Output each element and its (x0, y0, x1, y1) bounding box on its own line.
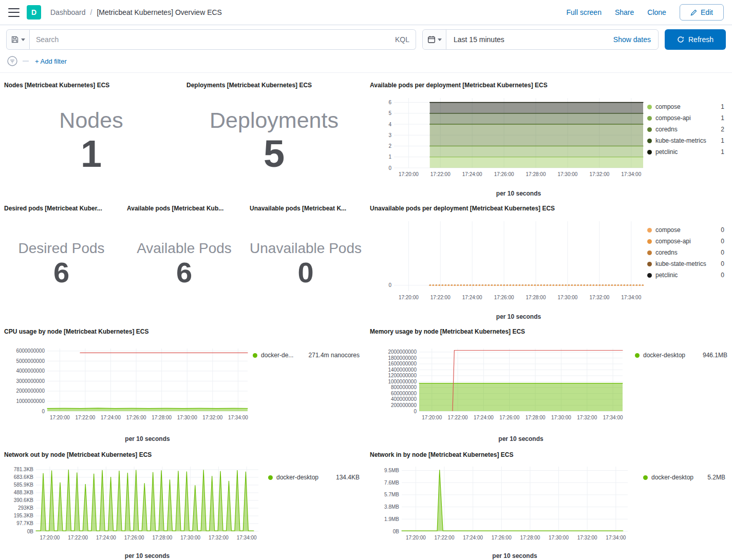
svg-text:17:34:00: 17:34:00 (621, 171, 641, 177)
chart-legend: docker-desktop5.2MB (643, 474, 725, 481)
panel-title-available-pods-chart[interactable]: Available pods per deployment [Metricbea… (366, 76, 732, 89)
series-label: docker-de... (261, 352, 293, 359)
date-picker-group: Last 15 minutes Show dates (422, 29, 659, 50)
svg-text:1000000000: 1000000000 (388, 379, 417, 384)
series-label: coredns (655, 126, 678, 133)
app-logo[interactable]: D (27, 5, 41, 20)
svg-text:1800000000: 1800000000 (388, 355, 417, 361)
time-range-display[interactable]: Last 15 minutes (446, 35, 512, 44)
svg-text:293KB: 293KB (18, 505, 33, 511)
svg-text:4: 4 (388, 122, 391, 127)
svg-text:17:32:00: 17:32:00 (577, 535, 597, 540)
available-pods-per-deployment-chart: 17:20:0017:22:0017:24:0017:26:0017:28:00… (366, 89, 653, 199)
legend-item[interactable]: kube-state-metrics0 (647, 260, 724, 267)
edit-button[interactable]: Edit (680, 4, 724, 21)
svg-text:17:32:00: 17:32:00 (589, 171, 609, 177)
series-label: kube-state-metrics (655, 137, 706, 144)
legend-item[interactable]: kube-state-metrics1 (647, 137, 724, 144)
panel-title-desired-pods[interactable]: Desired pods [Metricbeat Kuber... (0, 200, 123, 212)
svg-text:488.3KB: 488.3KB (14, 490, 34, 495)
panel-title-deployments[interactable]: Deployments [Metricbeat Kubernetes] ECS (182, 76, 366, 89)
legend-item[interactable]: coredns2 (647, 126, 724, 133)
svg-text:17:26:00: 17:26:00 (494, 295, 514, 300)
legend-item[interactable]: compose0 (647, 226, 724, 234)
legend-item[interactable]: coredns0 (647, 249, 724, 256)
panel-title-available-pods[interactable]: Available pods [Metricbeat Kub... (123, 200, 246, 212)
clone-link[interactable]: Clone (647, 8, 666, 16)
network-out-chart: 17:20:0017:22:0017:24:0017:26:0017:28:00… (0, 457, 265, 560)
add-filter-link[interactable]: + Add filter (35, 57, 67, 65)
svg-text:17:24:00: 17:24:00 (101, 415, 121, 420)
svg-text:17:30:00: 17:30:00 (180, 535, 200, 540)
legend-item[interactable]: compose-api0 (647, 238, 724, 245)
filter-icon[interactable] (6, 55, 18, 67)
breadcrumb-dashboard[interactable]: Dashboard (50, 8, 86, 16)
metric-label: Unavailable Pods (250, 241, 362, 257)
legend-item[interactable]: docker-desktop946.1MB (635, 352, 727, 359)
legend-item[interactable]: petclinic1 (647, 148, 724, 156)
series-label: compose-api (655, 114, 691, 122)
series-label: petclinic (655, 272, 678, 279)
panel-title-unavailable-pods-chart[interactable]: Unavailable pods per deployment [Metricb… (366, 200, 732, 212)
panel-title-unavailable-pods[interactable]: Unavailable pods [Metricbeat K... (246, 200, 366, 212)
breadcrumb-current-page: [Metricbeat Kubernetes] Overview ECS (97, 8, 222, 16)
date-quick-select-button[interactable] (423, 30, 446, 49)
panel-title-network-in[interactable]: Network in by node [Metricbeat Kubernete… (366, 446, 732, 458)
panel-desired-pods: Desired pods [Metricbeat Kuber... Desire… (0, 200, 123, 323)
series-color-dot (647, 250, 652, 255)
panel-title-memory-usage[interactable]: Memory usage by node [Metricbeat Kuberne… (366, 323, 732, 335)
search-input[interactable] (36, 35, 391, 44)
panel-title-cpu-usage[interactable]: CPU usage by node [Metricbeat Kubernetes… (0, 323, 366, 335)
filter-bar: + Add filter (0, 54, 732, 73)
svg-text:17:32:00: 17:32:00 (202, 415, 222, 420)
svg-text:per 10 seconds: per 10 seconds (125, 435, 170, 442)
svg-text:per 10 seconds: per 10 seconds (125, 552, 170, 559)
series-value: 0 (717, 249, 724, 256)
legend-item[interactable]: compose1 (647, 103, 724, 110)
full-screen-link[interactable]: Full screen (566, 8, 601, 16)
svg-text:17:20:00: 17:20:00 (399, 295, 419, 300)
saved-query-menu-button[interactable] (6, 29, 30, 50)
svg-text:9.5MB: 9.5MB (384, 468, 399, 473)
unavailable-pods-metric: Unavailable Pods 0 (246, 214, 366, 314)
series-value: 0 (717, 226, 724, 234)
save-icon (11, 35, 19, 44)
legend-item[interactable]: compose-api1 (647, 114, 724, 122)
legend-item[interactable]: petclinic0 (647, 272, 724, 279)
series-value: 0 (717, 260, 724, 267)
show-dates-link[interactable]: Show dates (613, 35, 658, 44)
breadcrumb-separator: / (90, 8, 92, 16)
svg-text:17:28:00: 17:28:00 (520, 535, 540, 540)
legend-item[interactable]: docker-desktop134.4KB (268, 474, 360, 481)
svg-text:17:20:00: 17:20:00 (406, 535, 426, 540)
series-color-dot (647, 150, 652, 155)
svg-text:2: 2 (388, 143, 391, 149)
svg-text:5: 5 (388, 110, 391, 116)
chart-legend: docker-desktop134.4KB (268, 474, 360, 481)
svg-text:17:26:00: 17:26:00 (499, 415, 519, 420)
svg-text:17:22:00: 17:22:00 (430, 295, 451, 300)
panel-deployments: Deployments [Metricbeat Kubernetes] ECS … (182, 76, 366, 200)
svg-text:3.8MB: 3.8MB (384, 504, 399, 510)
hamburger-menu-icon[interactable] (8, 8, 20, 17)
share-link[interactable]: Share (615, 8, 634, 16)
legend-item[interactable]: docker-desktop5.2MB (643, 474, 725, 481)
svg-text:7.6MB: 7.6MB (384, 480, 399, 486)
chevron-down-icon (21, 38, 25, 41)
svg-text:2000000000: 2000000000 (388, 349, 417, 355)
svg-text:683.6KB: 683.6KB (14, 474, 34, 480)
series-color-dot (647, 239, 652, 244)
svg-text:17:20:00: 17:20:00 (40, 535, 60, 540)
kql-badge[interactable]: KQL (391, 35, 409, 44)
metric-label: Available Pods (137, 241, 232, 257)
panel-network-out: Network out by node [Metricbeat Kubernet… (0, 446, 366, 560)
series-value: 1 (717, 114, 724, 122)
panel-title-nodes[interactable]: Nodes [Metricbeat Kubernetes] ECS (0, 76, 182, 89)
legend-item[interactable]: docker-de...271.4m nanocores (253, 352, 360, 359)
svg-text:6: 6 (388, 100, 391, 105)
panel-title-network-out[interactable]: Network out by node [Metricbeat Kubernet… (0, 446, 366, 458)
series-label: kube-state-metrics (655, 260, 706, 267)
refresh-button[interactable]: Refresh (665, 29, 726, 50)
calendar-icon (427, 35, 436, 44)
series-value: 946.1MB (699, 352, 727, 359)
